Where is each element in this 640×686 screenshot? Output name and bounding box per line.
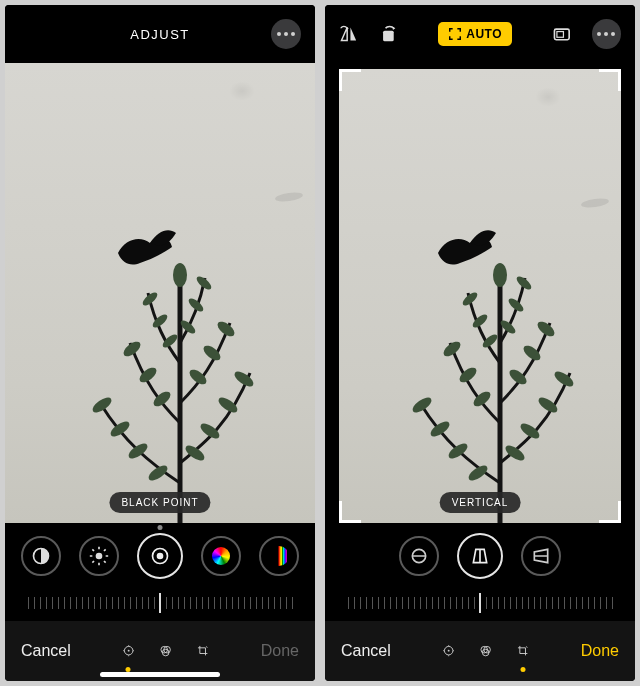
svg-point-34 [128, 650, 130, 652]
crop-handle-bl[interactable] [339, 501, 361, 523]
crop-mode-icon [517, 645, 528, 656]
dial-contrast[interactable] [21, 536, 61, 576]
filters-mode-icon [160, 645, 171, 656]
adjust-mode-icon [443, 645, 454, 656]
svg-point-32 [157, 553, 164, 560]
parameter-label: BLACK POINT [109, 492, 210, 513]
dial-brightness[interactable] [79, 536, 119, 576]
brightness-icon [89, 546, 109, 566]
svg-point-64 [515, 274, 534, 292]
cancel-button[interactable]: Cancel [21, 642, 71, 660]
home-indicator[interactable] [100, 672, 220, 677]
phone-crop: AUTO [325, 5, 635, 681]
crop-topbar: AUTO [325, 5, 635, 63]
svg-point-67 [493, 263, 507, 287]
auto-button[interactable]: AUTO [438, 22, 512, 46]
svg-point-22 [96, 553, 103, 560]
adjust-slider[interactable] [5, 589, 315, 621]
svg-point-47 [410, 395, 434, 416]
svg-line-29 [92, 561, 94, 563]
mode-crop[interactable] [197, 638, 208, 664]
parameter-label: VERTICAL [440, 492, 521, 513]
crop-mode-icon [197, 645, 208, 656]
dial-vertical[interactable] [457, 533, 503, 579]
dial-horizontal[interactable] [521, 536, 561, 576]
topbar: ADJUST [5, 5, 315, 63]
crop-slider[interactable] [325, 589, 635, 621]
done-button[interactable]: Done [581, 642, 619, 660]
dial-blackpoint[interactable] [137, 533, 183, 579]
topbar-title: ADJUST [130, 27, 190, 42]
mode-adjust[interactable] [443, 638, 454, 664]
crop-handle-tl[interactable] [339, 69, 361, 91]
saturation-icon [212, 547, 230, 565]
vertical-perspective-icon [470, 546, 490, 566]
photo-area: BLACK POINT [5, 63, 315, 523]
svg-point-20 [173, 263, 187, 287]
horizontal-perspective-icon [531, 546, 551, 566]
svg-rect-43 [383, 31, 394, 42]
cancel-button[interactable]: Cancel [341, 642, 391, 660]
done-button[interactable]: Done [261, 642, 299, 660]
photo-content-plant [350, 143, 610, 523]
dial-vibrance[interactable] [259, 536, 299, 576]
svg-point-54 [503, 443, 527, 464]
slider-indicator [159, 593, 161, 613]
adjust-dials [5, 523, 315, 589]
photo-area: VERTICAL [325, 63, 635, 523]
svg-marker-44 [392, 27, 394, 30]
blackpoint-icon [150, 546, 170, 566]
svg-line-27 [92, 549, 94, 551]
svg-point-0 [90, 395, 114, 416]
crop-dials [325, 523, 635, 589]
mode-crop[interactable] [517, 638, 528, 664]
slider-indicator [479, 593, 481, 613]
more-button[interactable] [271, 19, 301, 49]
photo-preview-crop[interactable]: VERTICAL [339, 69, 621, 523]
aspect-ratio-icon[interactable] [552, 24, 572, 44]
photo-preview[interactable]: BLACK POINT [5, 63, 315, 523]
rotate-icon[interactable] [379, 24, 399, 44]
flip-horizontal-icon[interactable] [339, 24, 359, 44]
mode-filters[interactable] [480, 638, 491, 664]
adjust-mode-icon [123, 645, 134, 656]
more-button[interactable] [592, 19, 621, 49]
mode-adjust[interactable] [123, 638, 134, 664]
svg-point-8 [121, 339, 143, 359]
contrast-icon [31, 546, 51, 566]
svg-point-17 [195, 274, 214, 292]
svg-point-73 [448, 650, 450, 652]
svg-rect-46 [557, 32, 564, 38]
svg-line-30 [104, 549, 106, 551]
svg-point-7 [183, 443, 207, 464]
svg-point-55 [441, 339, 463, 359]
dial-saturation[interactable] [201, 536, 241, 576]
auto-frame-icon [448, 27, 462, 41]
svg-line-28 [104, 561, 106, 563]
auto-label: AUTO [466, 27, 502, 41]
dial-straighten[interactable] [399, 536, 439, 576]
mode-filters[interactable] [160, 638, 171, 664]
crop-handle-tr[interactable] [599, 69, 621, 91]
photo-content-plant [30, 143, 290, 523]
straighten-icon [409, 546, 429, 566]
phone-adjust: ADJUST [5, 5, 315, 681]
bottom-bar: Cancel Done [325, 621, 635, 681]
crop-handle-br[interactable] [599, 501, 621, 523]
filters-mode-icon [480, 645, 491, 656]
vibrance-icon [269, 546, 289, 566]
